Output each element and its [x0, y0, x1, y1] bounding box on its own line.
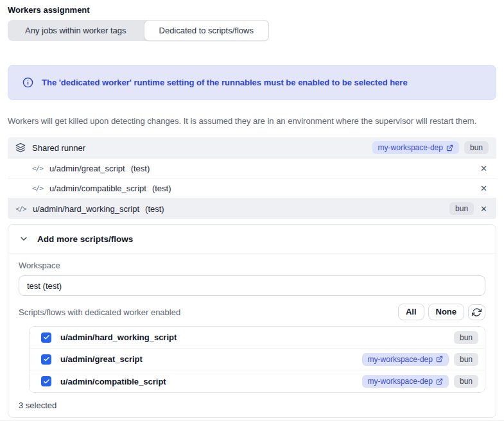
workspace-dep-badge[interactable]: my-workspace-dep [362, 375, 449, 388]
dedicated-scripts-select-list: u/admin/hard_working_script bun u/admin/… [29, 326, 485, 393]
workers-description: Workers will get killed upon detecting c… [8, 116, 496, 126]
script-path: u/admin/great_script [60, 354, 143, 364]
dedicated-workers-list: Shared runner my-workspace-dep bun </> u… [8, 137, 496, 219]
language-tag-badge: bun [454, 331, 478, 344]
refresh-icon [472, 307, 482, 317]
workspace-dep-badge[interactable]: my-workspace-dep [362, 353, 449, 366]
bottom-divider [0, 420, 504, 420]
workers-assignment-section: Workers assignment Any jobs within worke… [0, 0, 504, 418]
language-tag-badge: bun [449, 202, 474, 215]
info-banner-text: The 'dedicated worker' runtime setting o… [42, 78, 408, 87]
add-scripts-panel-title: Add more scripts/flows [37, 234, 133, 244]
language-tag-badge: bun [454, 375, 478, 388]
page-title: Workers assignment [8, 5, 496, 15]
info-icon [22, 77, 33, 88]
external-link-icon [436, 356, 443, 363]
add-scripts-panel-header[interactable]: Add more scripts/flows [8, 225, 496, 254]
workspace-label: Workspace [19, 261, 485, 270]
checkbox-checked[interactable] [41, 332, 51, 343]
check-icon [43, 334, 50, 341]
script-path: u/admin/compatible_script [60, 377, 166, 386]
code-icon: </> [32, 164, 43, 173]
external-link-icon [446, 144, 453, 151]
select-script-row[interactable]: u/admin/compatible_script my-workspace-d… [30, 370, 485, 392]
external-link-icon [436, 378, 443, 385]
script-workspace-suffix: (test) [145, 204, 164, 214]
script-path: u/admin/hard_working_script [60, 332, 177, 342]
toggle-any-jobs[interactable]: Any jobs within worker tags [8, 20, 144, 41]
shared-runner-row: Shared runner my-workspace-dep bun [8, 137, 496, 159]
language-tag-badge: bun [454, 353, 478, 366]
add-scripts-panel-body: Workspace Scripts/flows with dedicated w… [8, 254, 496, 417]
toggle-any-jobs-label: Any jobs within worker tags [25, 26, 126, 35]
select-script-row[interactable]: u/admin/hard_working_script bun [30, 327, 485, 349]
worker-mode-toggle: Any jobs within worker tags Dedicated to… [8, 20, 269, 41]
chevron-down-icon [19, 234, 29, 244]
dedicated-list-label: Scripts/flows with dedicated worker enab… [19, 307, 180, 317]
language-tag-badge: bun [464, 141, 489, 154]
script-workspace-suffix: (test) [131, 164, 150, 173]
toggle-dedicated-label: Dedicated to scripts/flows [159, 26, 254, 35]
workspace-dep-badge-label: my-workspace-dep [378, 143, 443, 152]
shared-runner-label: Shared runner [32, 143, 85, 153]
workspace-dep-badge[interactable]: my-workspace-dep [372, 141, 459, 154]
remove-script-icon[interactable]: ✕ [479, 203, 489, 214]
check-icon [43, 378, 50, 385]
select-all-button[interactable]: All [398, 304, 424, 320]
toggle-dedicated[interactable]: Dedicated to scripts/flows [144, 20, 269, 41]
checkbox-checked[interactable] [41, 376, 51, 386]
script-path: u/admin/hard_working_script [33, 204, 139, 214]
selected-count: 3 selected [19, 401, 485, 410]
select-none-button[interactable]: None [428, 304, 465, 320]
refresh-button[interactable] [468, 304, 485, 320]
script-path: u/admin/great_script [49, 164, 125, 173]
selection-controls: All None [398, 304, 485, 320]
assigned-script-row: </> u/admin/great_script (test) ✕ [8, 159, 496, 178]
assigned-script-row: </> u/admin/hard_working_script (test) b… [8, 198, 496, 219]
check-icon [43, 356, 50, 363]
info-banner: The 'dedicated worker' runtime setting o… [8, 65, 496, 100]
workspace-input[interactable] [19, 275, 485, 296]
assigned-script-row: </> u/admin/compatible_script (test) ✕ [8, 178, 496, 198]
add-scripts-panel: Add more scripts/flows Workspace Scripts… [8, 224, 496, 418]
remove-script-icon[interactable]: ✕ [479, 163, 489, 174]
code-icon: </> [32, 184, 43, 193]
script-workspace-suffix: (test) [152, 184, 171, 193]
code-icon: </> [15, 205, 26, 213]
select-script-row[interactable]: u/admin/great_script my-workspace-dep bu… [30, 349, 485, 370]
layers-icon [15, 142, 26, 153]
script-path: u/admin/compatible_script [49, 184, 146, 193]
remove-script-icon[interactable]: ✕ [479, 183, 489, 194]
checkbox-checked[interactable] [41, 354, 51, 365]
list-header: Scripts/flows with dedicated worker enab… [19, 304, 485, 320]
workspace-dep-badge-label: my-workspace-dep [368, 355, 433, 364]
workspace-dep-badge-label: my-workspace-dep [368, 377, 433, 386]
